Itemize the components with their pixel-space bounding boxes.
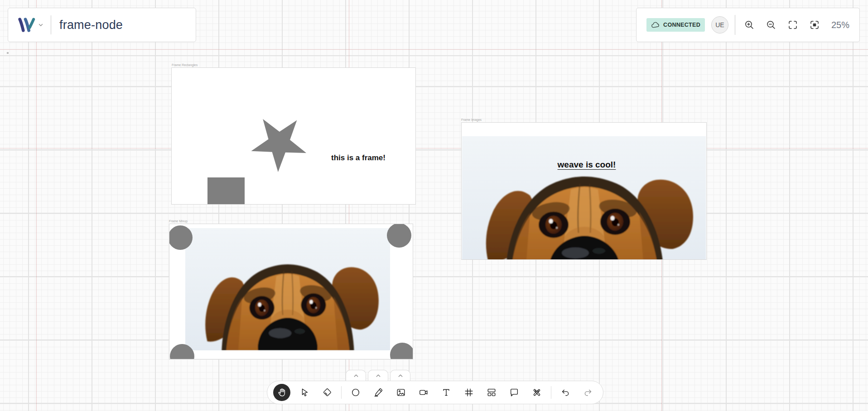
layout-tool-button[interactable]: [483, 384, 500, 401]
dog-photo[interactable]: [462, 136, 706, 259]
ellipse-tool-button[interactable]: [347, 384, 364, 401]
circle-shape[interactable]: [387, 224, 411, 248]
frame-tool-button[interactable]: [460, 384, 477, 401]
zoom-level-label: 25%: [831, 20, 849, 30]
image-tool-button[interactable]: [392, 384, 410, 401]
connection-status-label: CONNECTED: [663, 22, 700, 28]
weave-logo: [16, 16, 35, 33]
board-header-card: frame-node: [8, 8, 196, 42]
frame-title-rectangles[interactable]: Frame Rectangles: [172, 63, 198, 67]
circle-shape[interactable]: [169, 225, 193, 250]
frame-grid-icon: [464, 387, 474, 397]
frame-title-mixup[interactable]: Frame Mixup: [169, 220, 188, 223]
focus-frame-button[interactable]: [807, 17, 822, 33]
chevron-down-icon: [37, 21, 44, 29]
frame-text[interactable]: this is a frame!: [331, 153, 386, 162]
cloud-icon: [651, 21, 660, 29]
fit-view-button[interactable]: [785, 17, 800, 33]
canvas-origin-dot: [7, 52, 9, 54]
whiteboard-canvas[interactable]: Frame Rectangles this is a frame! Frame …: [0, 0, 868, 411]
divider: [341, 386, 342, 399]
user-avatar[interactable]: UE: [711, 16, 728, 33]
undo-icon: [560, 387, 570, 397]
hand-icon: [277, 387, 287, 397]
text-icon: [441, 387, 451, 397]
chevron-up-icon: [374, 372, 382, 380]
frame-rectangles[interactable]: this is a frame!: [171, 67, 416, 205]
divider: [51, 15, 51, 34]
image-icon: [396, 387, 406, 397]
redo-button[interactable]: [579, 384, 597, 401]
video-icon: [419, 387, 429, 397]
hand-tool-button[interactable]: [273, 384, 290, 401]
comment-tool-button[interactable]: [506, 384, 523, 401]
layout-icon: [487, 387, 497, 397]
crossed-pens-icon: [532, 387, 542, 397]
frame-title-images[interactable]: Frame Images: [461, 118, 482, 122]
cursor-icon: [299, 387, 309, 397]
dog-photo[interactable]: [185, 228, 390, 350]
select-tool-button[interactable]: [296, 384, 313, 401]
zoom-out-button[interactable]: [763, 17, 779, 33]
eraser-icon: [322, 387, 332, 397]
eraser-tool-button[interactable]: [318, 384, 336, 401]
circle-shape[interactable]: [390, 343, 413, 359]
text-tool-button[interactable]: [438, 384, 455, 401]
frame-mixup[interactable]: [169, 224, 413, 359]
video-tool-button[interactable]: [415, 384, 432, 401]
zoom-in-button[interactable]: [742, 17, 757, 33]
frame-images[interactable]: weave is cool!: [461, 122, 707, 260]
session-controls-card: CONNECTED UE: [636, 8, 860, 42]
redo-icon: [583, 387, 593, 397]
pen-tool-button[interactable]: [370, 384, 387, 401]
extra-tools-button[interactable]: [528, 384, 545, 401]
frame-text[interactable]: weave is cool!: [558, 160, 616, 170]
comment-icon: [509, 387, 519, 397]
app-menu-button[interactable]: [16, 16, 44, 33]
star-shape[interactable]: [239, 103, 319, 183]
ellipse-icon: [351, 387, 361, 397]
board-title[interactable]: frame-node: [59, 18, 123, 32]
rectangle-shape[interactable]: [207, 177, 245, 205]
pen-icon: [373, 387, 383, 397]
chevron-up-icon: [352, 372, 360, 380]
connection-status-badge: CONNECTED: [646, 18, 705, 32]
divider: [551, 386, 551, 399]
tools-toolbar: [267, 381, 603, 404]
undo-button[interactable]: [557, 384, 574, 401]
divider: [735, 15, 735, 35]
chevron-up-icon: [396, 372, 405, 380]
